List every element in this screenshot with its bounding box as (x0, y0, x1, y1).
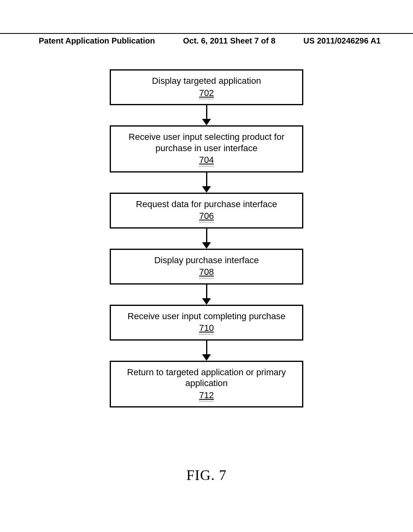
header-center: Oct. 6, 2011 Sheet 7 of 8 (183, 36, 275, 46)
step-text: Return to targeted application or primar… (127, 367, 286, 389)
step-text: Request data for purchase interface (136, 199, 277, 209)
step-text: Display purchase interface (154, 255, 259, 265)
figure-label: FIG. 7 (0, 467, 413, 484)
step-ref: 712 (199, 390, 214, 402)
step-ref: 702 (199, 87, 214, 100)
arrow-down-icon (110, 229, 303, 249)
flow-step-708: Display purchase interface 708 (110, 249, 303, 285)
flow-step-702: Display targeted application 702 (110, 69, 303, 105)
header-left: Patent Application Publication (39, 36, 155, 46)
header-right: US 2011/0246296 A1 (303, 36, 381, 46)
page-header: Patent Application Publication Oct. 6, 2… (0, 33, 413, 46)
arrow-down-icon (110, 341, 303, 361)
step-ref: 710 (199, 322, 214, 335)
flowchart: Display targeted application 702 Receive… (110, 69, 303, 407)
flow-step-712: Return to targeted application or primar… (110, 361, 303, 408)
flow-step-710: Receive user input completing purchase 7… (110, 305, 303, 341)
arrow-down-icon (110, 105, 303, 125)
flow-step-704: Receive user input selecting product for… (110, 125, 303, 172)
step-ref: 708 (199, 266, 214, 278)
step-ref: 704 (199, 154, 214, 166)
flow-step-706: Request data for purchase interface 706 (110, 193, 303, 229)
arrow-down-icon (110, 285, 303, 305)
step-text: Receive user input completing purchase (127, 311, 285, 321)
step-ref: 706 (199, 210, 214, 222)
step-text: Receive user input selecting product for… (129, 132, 284, 153)
arrow-down-icon (110, 172, 303, 193)
step-text: Display targeted application (152, 76, 261, 86)
